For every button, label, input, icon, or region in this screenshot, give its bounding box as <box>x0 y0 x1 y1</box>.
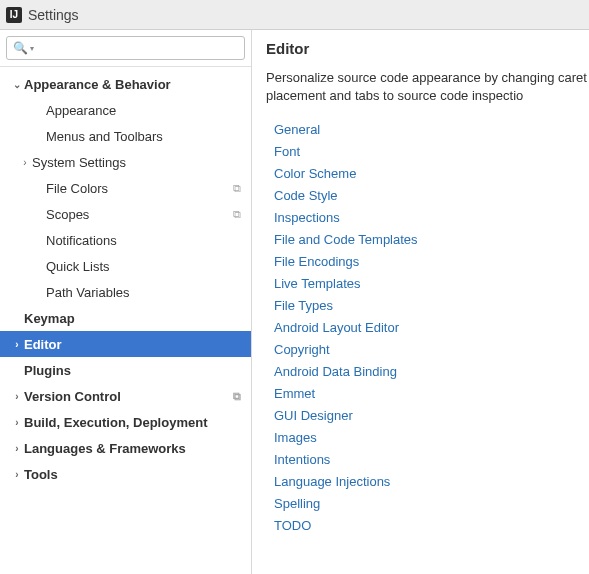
content-pane: Editor Personalize source code appearanc… <box>252 30 589 574</box>
subpage-link-language-injections[interactable]: Language Injections <box>274 471 589 493</box>
subpage-link-copyright[interactable]: Copyright <box>274 339 589 361</box>
content-title: Editor <box>266 40 589 57</box>
subpage-link-gui-designer[interactable]: GUI Designer <box>274 405 589 427</box>
tree-item-label: Quick Lists <box>46 259 251 274</box>
subpage-link-list: GeneralFontColor SchemeCode StyleInspect… <box>266 119 589 537</box>
subpage-link-inspections[interactable]: Inspections <box>274 207 589 229</box>
subpage-link-intentions[interactable]: Intentions <box>274 449 589 471</box>
tree-item-label: Menus and Toolbars <box>46 129 251 144</box>
tree-item-plugins[interactable]: Plugins <box>0 357 251 383</box>
tree-item-editor[interactable]: ›Editor <box>0 331 251 357</box>
tree-item-keymap[interactable]: Keymap <box>0 305 251 331</box>
subpage-link-file-types[interactable]: File Types <box>274 295 589 317</box>
subpage-link-android-data-binding[interactable]: Android Data Binding <box>274 361 589 383</box>
tree-item-label: Scopes <box>46 207 233 222</box>
chevron-right-icon[interactable]: › <box>10 391 24 402</box>
settings-tree-sidebar: 🔍 ▾ ⌄Appearance & BehaviorAppearanceMenu… <box>0 30 252 574</box>
chevron-right-icon[interactable]: › <box>10 417 24 428</box>
search-box[interactable]: 🔍 ▾ <box>6 36 245 60</box>
chevron-right-icon[interactable]: › <box>10 469 24 480</box>
tree-item-label: Editor <box>24 337 251 352</box>
subpage-link-font[interactable]: Font <box>274 141 589 163</box>
chevron-right-icon[interactable]: › <box>10 339 24 350</box>
tree-item-label: Version Control <box>24 389 233 404</box>
tree-item-label: Build, Execution, Deployment <box>24 415 251 430</box>
tree-item-label: Appearance <box>46 103 251 118</box>
window-title: Settings <box>28 7 79 23</box>
search-input[interactable] <box>38 41 244 56</box>
tree-item-appearance[interactable]: Appearance <box>0 97 251 123</box>
tree-item-path-variables[interactable]: Path Variables <box>0 279 251 305</box>
chevron-down-icon[interactable]: ⌄ <box>10 79 24 90</box>
tree-item-system-settings[interactable]: ›System Settings <box>0 149 251 175</box>
tree-item-notifications[interactable]: Notifications <box>0 227 251 253</box>
settings-tree: ⌄Appearance & BehaviorAppearanceMenus an… <box>0 67 251 574</box>
tree-item-scopes[interactable]: Scopes⧉ <box>0 201 251 227</box>
subpage-link-file-and-code-templates[interactable]: File and Code Templates <box>274 229 589 251</box>
subpage-link-general[interactable]: General <box>274 119 589 141</box>
tree-item-label: File Colors <box>46 181 233 196</box>
chevron-right-icon[interactable]: › <box>18 157 32 168</box>
tree-item-quick-lists[interactable]: Quick Lists <box>0 253 251 279</box>
tree-item-label: Appearance & Behavior <box>24 77 251 92</box>
tree-item-label: Plugins <box>24 363 251 378</box>
subpage-link-code-style[interactable]: Code Style <box>274 185 589 207</box>
app-icon: IJ <box>6 7 22 23</box>
tree-item-label: Languages & Frameworks <box>24 441 251 456</box>
subpage-link-android-layout-editor[interactable]: Android Layout Editor <box>274 317 589 339</box>
subpage-link-todo[interactable]: TODO <box>274 515 589 537</box>
search-icon: 🔍 <box>11 41 30 55</box>
subpage-link-file-encodings[interactable]: File Encodings <box>274 251 589 273</box>
subpage-link-live-templates[interactable]: Live Templates <box>274 273 589 295</box>
project-scope-icon: ⧉ <box>233 208 251 221</box>
project-scope-icon: ⧉ <box>233 182 251 195</box>
subpage-link-images[interactable]: Images <box>274 427 589 449</box>
tree-item-label: Tools <box>24 467 251 482</box>
tree-item-version-control[interactable]: ›Version Control⧉ <box>0 383 251 409</box>
tree-item-tools[interactable]: ›Tools <box>0 461 251 487</box>
chevron-right-icon[interactable]: › <box>10 443 24 454</box>
subpage-link-color-scheme[interactable]: Color Scheme <box>274 163 589 185</box>
titlebar: IJ Settings <box>0 0 589 30</box>
tree-item-label: Path Variables <box>46 285 251 300</box>
tree-item-menus-and-toolbars[interactable]: Menus and Toolbars <box>0 123 251 149</box>
chevron-down-icon[interactable]: ▾ <box>30 44 38 53</box>
tree-item-label: System Settings <box>32 155 251 170</box>
tree-item-build-execution-deployment[interactable]: ›Build, Execution, Deployment <box>0 409 251 435</box>
tree-item-appearance-behavior[interactable]: ⌄Appearance & Behavior <box>0 71 251 97</box>
project-scope-icon: ⧉ <box>233 390 251 403</box>
content-description: Personalize source code appearance by ch… <box>266 69 589 105</box>
tree-item-label: Keymap <box>24 311 251 326</box>
subpage-link-emmet[interactable]: Emmet <box>274 383 589 405</box>
tree-item-label: Notifications <box>46 233 251 248</box>
tree-item-file-colors[interactable]: File Colors⧉ <box>0 175 251 201</box>
subpage-link-spelling[interactable]: Spelling <box>274 493 589 515</box>
tree-item-languages-frameworks[interactable]: ›Languages & Frameworks <box>0 435 251 461</box>
